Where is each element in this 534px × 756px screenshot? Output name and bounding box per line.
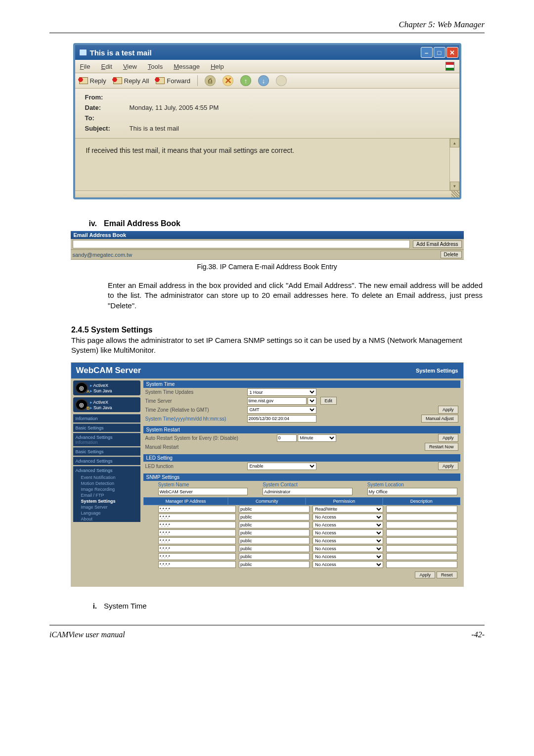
close-button[interactable]: ✕ [446,47,458,58]
sidebar-sub[interactable]: Email / FTP [73,492,140,498]
description-input[interactable] [386,506,457,513]
ip-input[interactable] [158,545,236,552]
permission-select[interactable]: No Access [312,553,383,560]
sidebar-item[interactable]: Advanced SettingsInformation [73,433,140,446]
menu-help[interactable]: Help [211,63,224,70]
panel-title: LED Setting [143,454,460,462]
permission-select[interactable]: No Access [312,521,383,528]
reset-button[interactable]: Reset [437,571,457,578]
menu-tools[interactable]: Tools [148,63,163,70]
sidebar-sub[interactable]: Language [73,510,140,516]
permission-select[interactable]: No Access [312,537,383,544]
system-restart-block: System Restart Auto Restart System for E… [143,426,460,451]
print-icon[interactable]: ⎙ [205,75,216,86]
community-input[interactable] [239,553,310,560]
ip-input[interactable] [158,561,236,568]
auto-restart-value[interactable] [277,434,297,442]
system-contact-input[interactable] [263,488,353,495]
reply-button[interactable]: Reply [79,77,106,85]
ip-input[interactable] [158,514,236,520]
edit-button[interactable]: Edit [320,397,337,405]
maximize-button[interactable]: □ [434,47,445,58]
led-select[interactable]: Enable [247,463,316,470]
apply-button[interactable]: Apply [415,571,435,578]
sidebar-sub[interactable]: Motion Detection [73,480,140,486]
menu-message[interactable]: Message [174,63,200,70]
sunjava-link[interactable]: Sun Java [90,388,112,393]
sidebar-sub[interactable]: About [73,516,140,522]
description-input[interactable] [386,561,457,568]
community-input[interactable] [239,537,310,544]
sidebar-item[interactable]: Advanced Settings [73,457,140,465]
addresses-icon[interactable] [276,75,287,86]
sunjava-link[interactable]: Sun Java [90,405,112,410]
community-input[interactable] [239,506,310,513]
ip-input[interactable] [158,537,236,544]
system-location-input[interactable] [367,488,457,495]
manual-adjust-button[interactable]: Manual Adjust [421,415,458,423]
sidebar-sub[interactable]: Image Server [73,504,140,510]
mail-toolbar: Reply Reply All Forward ⎙ ✕ ↑ ↓ [75,73,459,89]
auto-restart-unit[interactable]: Minute [298,434,336,442]
description-input[interactable] [386,553,457,560]
col-header: Community [228,497,305,505]
add-email-button[interactable]: Add Email Address [413,240,462,248]
community-input[interactable] [239,545,310,552]
menu-file[interactable]: File [80,63,90,70]
ip-input[interactable] [158,553,236,560]
activex-link[interactable]: ActiveX [90,400,112,405]
apply-button[interactable]: Apply [438,406,458,414]
camera-b-card: ◎B ActiveX Sun Java [73,397,140,412]
permission-select[interactable]: Read/Write [312,506,383,513]
time-server-select[interactable] [308,397,316,405]
apply-button[interactable]: Apply [438,434,458,442]
activex-link[interactable]: ActiveX [90,383,112,388]
description-input[interactable] [386,521,457,528]
next-icon[interactable]: ↓ [258,75,269,86]
system-time-input[interactable] [247,415,316,423]
sidebar-item[interactable]: Basic Settings [73,447,140,456]
ip-input[interactable] [158,521,236,528]
scroll-down-icon[interactable]: ▾ [450,182,459,190]
updates-select[interactable]: 1 Hour [247,388,316,396]
to-label: To: [85,114,130,122]
email-input[interactable] [73,240,410,248]
permission-select[interactable]: No Access [312,561,383,568]
permission-select[interactable]: No Access [312,514,383,520]
permission-select[interactable]: No Access [312,545,383,552]
system-name-input[interactable] [158,488,248,495]
apply-button[interactable]: Apply [438,462,458,470]
restart-now-button[interactable]: Restart Now [425,443,458,451]
forward-button[interactable]: Forward [156,77,190,85]
ip-input[interactable] [158,529,236,536]
scroll-up-icon[interactable]: ▴ [450,139,459,147]
permission-select[interactable]: No Access [312,529,383,536]
sidebar-sub[interactable]: Image Recording [73,486,140,492]
sidebar-item[interactable]: Information [73,414,140,423]
sidebar-sub-system-settings[interactable]: System Settings [73,498,140,504]
timezone-select[interactable]: GMT [247,406,316,414]
community-input[interactable] [239,514,310,520]
community-input[interactable] [239,561,310,568]
community-input[interactable] [239,529,310,536]
delete-button[interactable]: Delete [441,251,462,258]
sidebar-sub[interactable]: Event Notification [73,474,140,480]
description-input[interactable] [386,537,457,544]
description-input[interactable] [386,514,457,520]
time-server-input[interactable] [247,397,307,405]
delete-icon[interactable]: ✕ [222,75,233,86]
resize-grip-icon[interactable] [451,191,459,197]
description-input[interactable] [386,529,457,536]
ip-input[interactable] [158,506,236,513]
reply-all-button[interactable]: Reply All [113,77,149,85]
minimize-button[interactable]: – [421,47,433,58]
label: System Name [158,482,248,487]
sidebar-item[interactable]: Basic Settings [73,424,140,432]
menu-view[interactable]: View [123,63,137,70]
community-input[interactable] [239,521,310,528]
sidebar-item[interactable]: Advanced Settings [73,466,140,474]
scrollbar[interactable]: ▴ ▾ [449,139,459,190]
previous-icon[interactable]: ↑ [240,75,251,86]
menu-edit[interactable]: Edit [101,63,112,70]
description-input[interactable] [386,545,457,552]
